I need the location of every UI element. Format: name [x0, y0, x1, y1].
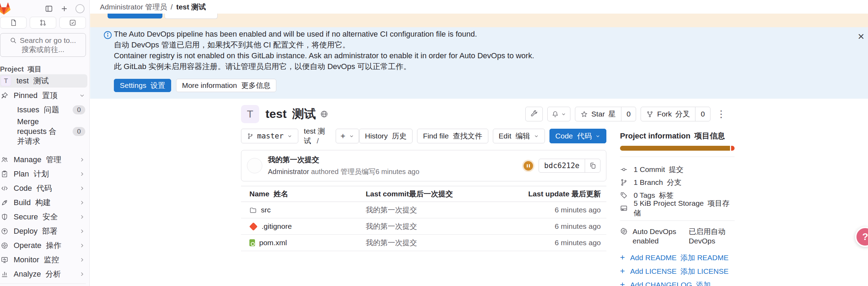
xml-file-icon: [249, 239, 255, 246]
create-new-icon[interactable]: [60, 5, 68, 13]
fork-icon: [646, 111, 654, 118]
sidebar-item-plan[interactable]: Plan 计划: [0, 167, 89, 181]
build-label-en: Build: [14, 198, 31, 207]
monitor-label-en: Monitor: [14, 255, 39, 264]
sidebar-item-analyze[interactable]: Analyze 分析: [0, 267, 89, 281]
sidebar-item-code[interactable]: Code 代码: [0, 181, 89, 195]
banner-primary-button-partial[interactable]: [108, 14, 162, 18]
deploy-icon: [1, 227, 8, 235]
language-segment-primary: [620, 146, 730, 151]
section-label-en: Project: [0, 65, 24, 73]
star-button-group: Star星 0: [575, 107, 636, 121]
warning-banner-cropped: [90, 14, 868, 27]
tag-icon: [620, 191, 628, 199]
row-last-update: 6 minutes ago: [502, 222, 606, 231]
commit-title[interactable]: 我的第一次提交: [268, 155, 420, 165]
branch-icon: [247, 133, 254, 140]
row-commit-message-link[interactable]: 我的第一次提交: [366, 205, 502, 215]
sidebar-item-monitor[interactable]: Monitor 监控: [0, 253, 89, 267]
table-row[interactable]: src 我的第一次提交 6 minutes ago: [241, 202, 606, 218]
stat-storage[interactable]: 5 KiB Project Storage项目存储: [620, 202, 736, 214]
admin-wrench-button[interactable]: [525, 107, 543, 121]
merge-request-icon: [39, 19, 47, 27]
issues-label-zh: 问题: [44, 105, 59, 115]
shortcut-merge-requests-button[interactable]: [30, 17, 56, 29]
code-dropdown-button[interactable]: Code代码: [549, 129, 606, 143]
section-label-zh: 项目: [28, 65, 42, 73]
fork-button[interactable]: Fork分叉: [641, 107, 695, 121]
sidebar-toggle-icon[interactable]: [45, 5, 53, 13]
row-last-update: 6 minutes ago: [502, 206, 606, 214]
alert-settings-button[interactable]: Settings设置: [114, 79, 171, 92]
breadcrumb-separator: /: [171, 3, 173, 11]
stat-branches[interactable]: 1 Branch分支: [620, 176, 736, 189]
repo-path[interactable]: test 测试 /: [304, 126, 330, 146]
sidebar-item-project-test[interactable]: T test 测试: [0, 74, 87, 88]
merge-requests-count-badge: 0: [73, 127, 85, 136]
fork-count[interactable]: 0: [695, 107, 710, 121]
manage-label-en: Manage: [14, 155, 42, 164]
issues-doc-icon: [9, 19, 17, 27]
row-commit-message-link[interactable]: 我的第一次提交: [366, 221, 502, 231]
copy-icon[interactable]: [585, 159, 600, 172]
star-button[interactable]: Star星: [575, 107, 621, 121]
add-license-link[interactable]: + Add LICENSE添加 LICENSE: [620, 267, 736, 276]
sidebar-item-deploy[interactable]: Deploy 部署: [0, 224, 89, 238]
pin-icon: [1, 92, 8, 99]
secure-label-en: Secure: [14, 212, 38, 221]
alert-more-information-button[interactable]: More information更多信息: [176, 79, 277, 92]
add-to-tree-button[interactable]: +: [336, 129, 359, 143]
auto-devops-enabled-row[interactable]: Auto DevOps enabled 已启用自动 DevOps: [620, 227, 736, 246]
pipeline-status-paused-icon[interactable]: [524, 161, 533, 171]
git-file-icon: [249, 222, 257, 231]
file-name-link[interactable]: src: [261, 206, 271, 214]
breadcrumb-root[interactable]: Administrator 管理员: [100, 2, 167, 12]
divider: [620, 157, 735, 157]
chevron-right-icon: [79, 214, 85, 220]
commit-sha[interactable]: bdc6212e: [539, 159, 585, 172]
sidebar-item-manage[interactable]: Manage 管理: [0, 152, 89, 167]
pinned-label-zh: 置顶: [42, 90, 58, 101]
find-file-button[interactable]: Find file查找文件: [417, 129, 488, 143]
search-input[interactable]: Search or go to... 搜索或前往...: [0, 33, 86, 57]
table-row[interactable]: .gitignore 我的第一次提交 6 minutes ago: [241, 218, 606, 235]
commit-author-link[interactable]: Administrator: [268, 168, 309, 175]
add-readme-link[interactable]: + Add README添加 README: [620, 253, 736, 262]
user-avatar[interactable]: [75, 4, 85, 13]
file-name-link[interactable]: pom.xml: [259, 239, 287, 247]
sidebar-item-secure[interactable]: Secure 安全: [0, 210, 89, 224]
shortcut-issues-button[interactable]: [0, 17, 27, 29]
breadcrumb-current[interactable]: test 测试: [176, 2, 206, 12]
sidebar-item-operate[interactable]: Operate 操作: [0, 238, 89, 253]
file-name-link[interactable]: .gitignore: [262, 222, 292, 231]
chevron-down-icon: [349, 134, 354, 139]
chevron-right-icon: [79, 171, 85, 177]
close-icon[interactable]: ×: [855, 30, 867, 43]
tree-header-last-commit: Last commit最后一次提交: [366, 189, 502, 199]
row-commit-message-link[interactable]: 我的第一次提交: [366, 238, 502, 248]
build-label-zh: 构建: [35, 197, 51, 208]
commit-author-avatar[interactable]: [247, 158, 262, 173]
sidebar-item-merge-requests[interactable]: Merge requests 合并请求 0: [0, 117, 89, 146]
history-button[interactable]: History历史: [359, 129, 413, 143]
chevron-down-icon[interactable]: [79, 92, 85, 99]
sidebar-item-build[interactable]: Build 构建: [0, 195, 89, 210]
branch-selector[interactable]: master: [241, 129, 298, 143]
wrench-icon: [530, 110, 538, 118]
sidebar-item-pinned[interactable]: Pinned 置顶: [0, 88, 89, 103]
stat-commits[interactable]: 1 Commit提交: [620, 163, 736, 176]
add-changelog-link[interactable]: + Add CHANGELOG添加 CHANGELOG: [620, 280, 736, 286]
plus-icon: +: [620, 253, 625, 262]
table-row[interactable]: pom.xml 我的第一次提交 6 minutes ago: [241, 235, 606, 251]
gitlab-logo-icon[interactable]: [0, 2, 10, 15]
banner-secondary-button-partial[interactable]: [165, 14, 218, 19]
star-count[interactable]: 0: [621, 107, 636, 121]
more-actions-kebab-icon[interactable]: ⋮: [715, 107, 727, 121]
sidebar-item-issues[interactable]: Issues 问题 0: [0, 103, 89, 117]
edit-button[interactable]: Edit编辑: [493, 129, 545, 143]
shortcut-todos-button[interactable]: [59, 17, 86, 29]
alert-line-2-en: Container registry is not enabled on thi…: [114, 50, 534, 61]
notifications-button[interactable]: [547, 107, 570, 121]
shield-icon: [1, 213, 8, 221]
language-bar[interactable]: [620, 146, 735, 151]
